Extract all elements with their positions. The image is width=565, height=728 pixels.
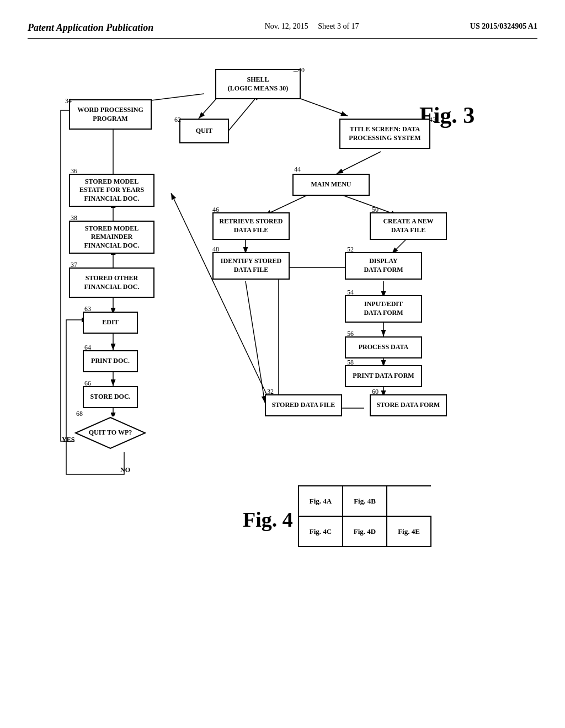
fig4b-cell: Fig. 4B: [343, 486, 387, 516]
svg-line-17: [246, 281, 265, 403]
node-title-screen: TITLE SCREEN: DATA PROCESSING SYSTEM: [339, 119, 430, 149]
ref-title-screen: 42: [429, 116, 436, 124]
ref-store-doc: 66: [84, 379, 91, 388]
node-stored-model-estate: STORED MODEL ESTATE FOR YEARS FINANCIAL …: [69, 174, 154, 207]
fig4a-cell: Fig. 4A: [299, 486, 343, 516]
ref-display-form: 52: [347, 245, 354, 254]
header-sheet: Sheet 3 of 17: [318, 22, 359, 30]
header-date: Nov. 12, 2015: [265, 22, 308, 30]
node-stored-other: STORED OTHER FINANCIAL DOC.: [69, 267, 154, 298]
ref-edit: 63: [84, 305, 91, 313]
ref-stored-model-remainder: 38: [71, 214, 77, 222]
svg-line-5: [337, 152, 381, 174]
node-retrieve-stored: RETRIEVE STORED DATA FILE: [212, 212, 290, 240]
node-store-data-form: STORE DATA FORM: [370, 394, 447, 416]
node-display-form: DISPLAY DATA FORM: [345, 252, 422, 280]
node-stored-model-remainder: STORED MODEL REMAINDER FINANCIAL DOC.: [69, 221, 154, 254]
ref-print-doc: 64: [84, 344, 91, 352]
node-print-data-form: PRINT DATA FORM: [345, 365, 422, 387]
ref-quit: 62: [174, 116, 181, 124]
ref-word-processing: 34: [65, 97, 72, 105]
node-create-new: CREATE A NEW DATA FILE: [370, 212, 447, 240]
flowchart-fig3: SHELL (LOGIC MEANS 30) 40 ⌒ TITLE SCREEN…: [28, 50, 537, 656]
svg-line-7: [265, 193, 312, 215]
ref-main-menu: 44: [294, 165, 301, 174]
header-date-sheet: Nov. 12, 2015 Sheet 3 of 17: [265, 22, 359, 31]
fig4d-cell: Fig. 4D: [343, 516, 387, 547]
node-word-processing: WORD PROCESSING PROGRAM: [69, 99, 152, 130]
ref-input-edit: 54: [347, 288, 354, 297]
fig4-title: Fig. 4: [243, 507, 293, 532]
node-edit: EDIT: [83, 312, 138, 334]
ref-identify-stored: 48: [212, 245, 219, 254]
node-print-doc: PRINT DOC.: [83, 350, 138, 372]
node-process-data: PROCESS DATA: [345, 336, 422, 358]
ref-create-new: 50: [372, 206, 379, 214]
svg-line-6: [226, 94, 259, 133]
node-quit-to-wp: QUIT TO WP?: [74, 416, 146, 449]
node-shell: SHELL (LOGIC MEANS 30): [215, 69, 301, 99]
node-identify-stored: IDENTIFY STORED DATA FILE: [212, 252, 290, 280]
ref-stored-other: 37: [71, 261, 77, 269]
node-quit: QUIT: [179, 119, 229, 143]
fig4-table: Fig. 4A Fig. 4B Fig. 4C Fig. 4D Fig. 4E: [298, 485, 431, 547]
ref-stored-data-file: 32: [267, 388, 274, 396]
fig4e-cell: Fig. 4E: [387, 516, 431, 547]
yes-label: YES: [62, 436, 74, 444]
ref-store-data-form: 60: [372, 388, 379, 396]
fig4c-cell: Fig. 4C: [299, 516, 343, 547]
ref-print-data-form: 58: [347, 358, 354, 367]
node-stored-data-file: STORED DATA FILE: [265, 394, 342, 416]
node-main-menu: MAIN MENU: [292, 174, 370, 196]
ref-process-data: 56: [347, 330, 354, 338]
node-store-doc: STORE DOC.: [83, 386, 138, 408]
header-patent-number: US 2015/0324905 A1: [470, 22, 537, 31]
ref-retrieve-stored: 46: [212, 206, 219, 214]
fig4-empty-top: [387, 486, 431, 516]
no-label: NO: [120, 466, 130, 474]
ref-stored-model-estate: 36: [71, 167, 77, 175]
header-publication: Patent Application Publication: [28, 22, 153, 34]
node-input-edit: INPUT/EDIT DATA FORM: [345, 295, 422, 323]
svg-line-8: [337, 193, 397, 215]
page-header: Patent Application Publication Nov. 12, …: [28, 22, 537, 39]
ref-quit-to-wp: 68: [76, 410, 83, 418]
